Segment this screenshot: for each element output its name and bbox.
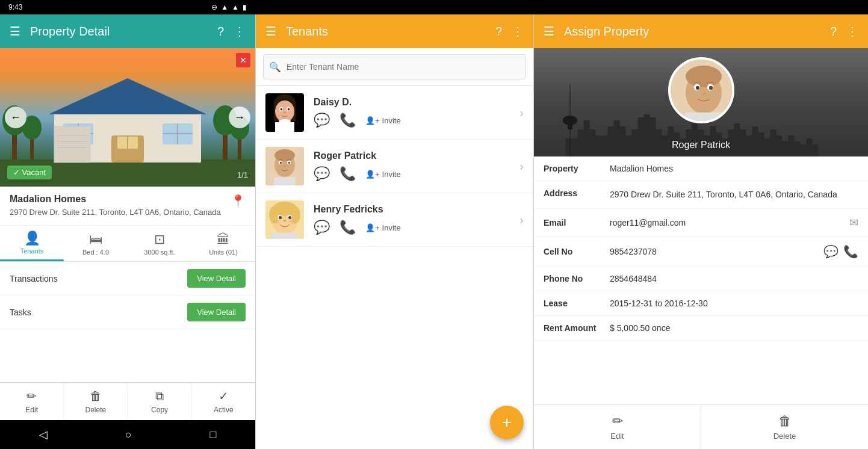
assign-delete-button[interactable]: 🗑 Delete [701, 405, 868, 449]
location-icon: 📍 [231, 194, 246, 208]
status-time: 9:43 [8, 3, 22, 11]
active-button[interactable]: ✓ Active [192, 383, 255, 420]
copy-icon: ⧉ [155, 389, 164, 403]
tenants-menu-icon[interactable]: ☰ [265, 24, 276, 39]
invite-btn-roger[interactable]: 👤+ Invite [365, 170, 401, 179]
search-input[interactable] [263, 54, 526, 79]
tasks-view-btn[interactable]: View Detail [187, 303, 246, 321]
svg-point-52 [279, 216, 282, 219]
detail-row-cell: Cell No 9854237078 💬 📞 [534, 237, 868, 267]
panel-property-detail: ☰ Property Detail ? ⋮ [0, 14, 255, 449]
delete-label: Delete [85, 406, 107, 414]
detail-table: Property Madalion Homes Address 2970 Dre… [534, 156, 868, 404]
copy-label: Copy [151, 406, 168, 414]
tenant-item-roger[interactable]: Roger Patrick 💬 📞 👤+ Invite › [256, 140, 533, 193]
add-person-icon-roger: 👤+ [365, 170, 380, 179]
android-nav: ◁ ○ □ [0, 420, 255, 449]
lease-label: Lease [544, 299, 610, 308]
tab-sqft[interactable]: ⊡ 3000 sq.ft. [128, 226, 191, 261]
invite-btn-daisy[interactable]: 👤+ Invite [365, 116, 401, 125]
sms-icon-roger[interactable]: 💬 [314, 166, 330, 182]
svg-point-64 [686, 66, 722, 87]
units-icon: 🏛 [217, 232, 230, 247]
tab-units[interactable]: 🏛 Units (01) [191, 226, 255, 261]
home-button[interactable]: ○ [125, 429, 132, 441]
profile-avatar [668, 57, 734, 123]
cell-value: 9854237078 [610, 247, 819, 256]
assign-more-icon[interactable]: ⋮ [846, 24, 858, 39]
notification-icon: ⊖ [211, 3, 217, 11]
detail-row-email: Email roger11@gmail.com ✉ [534, 209, 868, 237]
svg-point-43 [288, 162, 291, 164]
signal-icon: ▲ [232, 3, 239, 11]
back-button[interactable]: ◁ [39, 428, 48, 441]
active-icon: ✓ [219, 389, 229, 403]
svg-point-39 [274, 149, 295, 161]
close-button[interactable]: ✕ [236, 53, 250, 67]
chevron-henry: › [519, 213, 524, 227]
phone-value: 2854648484 [610, 274, 858, 283]
svg-point-53 [288, 216, 291, 219]
sms-icon-daisy[interactable]: 💬 [314, 113, 330, 128]
sms-icon-cell[interactable]: 💬 [823, 244, 839, 259]
menu-icon[interactable]: ☰ [10, 24, 20, 39]
help-icon[interactable]: ? [217, 25, 224, 39]
tasks-label: Tasks [10, 308, 187, 317]
svg-rect-11 [111, 135, 144, 163]
wifi-icon: ▲ [221, 3, 228, 11]
prev-arrow[interactable]: ← [5, 107, 26, 128]
cell-label: Cell No [544, 247, 610, 256]
assign-edit-button[interactable]: ✏ Edit [534, 405, 701, 449]
tenant-henry-name: Henry Fedricks [314, 204, 515, 215]
recent-button[interactable]: □ [209, 429, 216, 441]
rent-label: Rent Amount [544, 323, 610, 333]
search-icon: 🔍 [269, 61, 281, 73]
svg-rect-44 [274, 177, 296, 185]
tenants-help-icon[interactable]: ? [495, 25, 502, 39]
fab-button[interactable]: + [490, 406, 524, 439]
rent-value: $ 5,000.50 once [610, 323, 858, 333]
tenant-list: Daisy D. 💬 📞 👤+ Invite › [256, 86, 533, 449]
svg-point-36 [279, 119, 291, 125]
tenant-henry-actions: 💬 📞 👤+ Invite [314, 220, 515, 235]
delete-button[interactable]: 🗑 Delete [64, 383, 128, 420]
tenant-daisy-info: Daisy D. 💬 📞 👤+ Invite [314, 97, 515, 128]
call-icon-cell[interactable]: 📞 [843, 244, 858, 259]
assign-menu-icon[interactable]: ☰ [544, 24, 554, 39]
invite-btn-henry[interactable]: 👤+ Invite [365, 223, 401, 232]
svg-point-68 [709, 86, 713, 90]
panel-tenants: ☰ Tenants ? ⋮ 🔍 [255, 14, 533, 449]
tab-tenants-label: Tenants [20, 247, 44, 255]
svg-point-55 [273, 220, 279, 224]
transactions-view-btn[interactable]: View Detail [187, 269, 246, 288]
property-label: Property [544, 164, 610, 173]
add-person-icon-daisy: 👤+ [365, 116, 380, 125]
tab-tenants[interactable]: 👤 Tenants [0, 226, 64, 261]
call-icon-roger[interactable]: 📞 [339, 166, 356, 182]
copy-button[interactable]: ⧉ Copy [128, 383, 192, 420]
email-icon[interactable]: ✉ [849, 216, 858, 229]
next-arrow[interactable]: → [229, 107, 250, 128]
tenant-henry-info: Henry Fedricks 💬 📞 👤+ Invite [314, 204, 515, 235]
tenant-item-henry[interactable]: Henry Fedricks 💬 📞 👤+ Invite › [256, 193, 533, 247]
chevron-daisy: › [519, 106, 524, 120]
sms-icon-henry[interactable]: 💬 [314, 220, 330, 235]
bed-icon: 🛏 [89, 232, 102, 247]
svg-point-32 [281, 108, 283, 111]
tenant-item-daisy[interactable]: Daisy D. 💬 📞 👤+ Invite › [256, 86, 533, 140]
detail-row-phone: Phone No 2854648484 [534, 267, 868, 291]
svg-point-67 [696, 86, 699, 90]
tab-bed[interactable]: 🛏 Bed : 4.0 [64, 226, 128, 261]
profile-header: Roger Patrick [534, 48, 868, 156]
edit-button[interactable]: ✏ Edit [0, 383, 64, 420]
svg-rect-61 [568, 117, 572, 129]
phone-label: Phone No [544, 274, 610, 283]
call-icon-daisy[interactable]: 📞 [339, 113, 356, 128]
more-icon[interactable]: ⋮ [234, 24, 246, 39]
tenants-more-icon[interactable]: ⋮ [512, 24, 524, 39]
lease-value: 2015-12-31 to 2016-12-30 [610, 299, 858, 308]
assign-help-icon[interactable]: ? [830, 25, 837, 39]
tenant-roger-info: Roger Patrick 💬 📞 👤+ Invite [314, 150, 515, 182]
call-icon-henry[interactable]: 📞 [339, 220, 356, 235]
svg-point-33 [288, 108, 290, 111]
